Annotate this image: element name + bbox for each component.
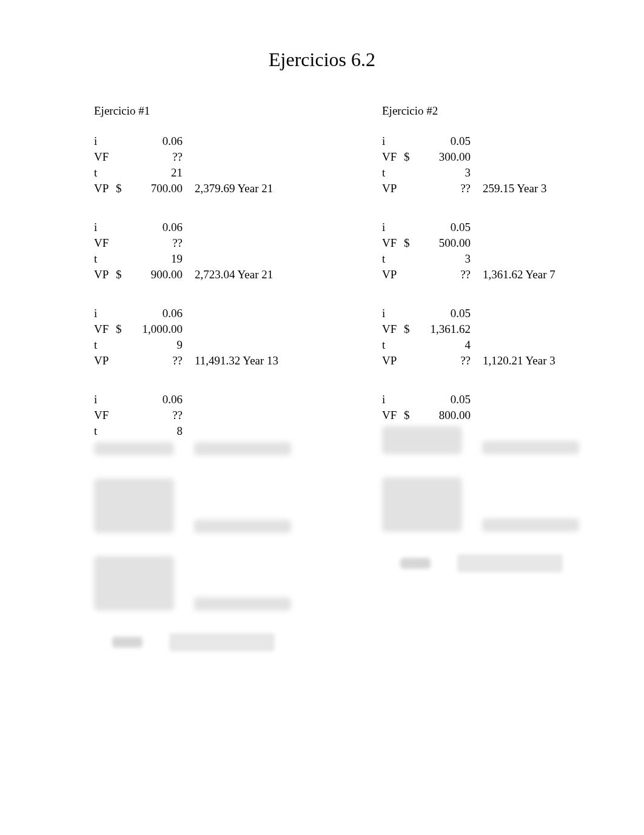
row-label: VF: [382, 150, 404, 164]
row-currency: $: [116, 268, 127, 281]
row-label: VP: [382, 268, 404, 281]
blurred-content: [112, 637, 143, 648]
calc-row: i 0.05: [382, 221, 606, 236]
row-value: 9: [127, 338, 183, 352]
row-label: t: [94, 338, 116, 352]
calc-row: VF ??: [94, 236, 318, 252]
row-value: ??: [127, 236, 183, 250]
blurred-content: [382, 477, 462, 532]
row-label: i: [94, 135, 116, 148]
calc-row: t 3: [382, 252, 606, 268]
row-label: VF: [382, 409, 404, 422]
calc-block: i 0.05 VF $ 300.00 t 3 VP ??: [382, 135, 606, 198]
page-title: Ejercicios 6.2: [0, 49, 644, 71]
row-label: t: [382, 166, 404, 179]
blurred-content: [194, 597, 291, 611]
row-value: 900.00: [127, 268, 183, 281]
calc-block: i 0.05 VF $ 1,361.62 t 4 VP ??: [382, 307, 606, 370]
row-value: 0.06: [127, 307, 183, 320]
row-label: i: [382, 221, 404, 234]
blurred-calc-block: [94, 556, 318, 611]
blurred-content: [94, 556, 174, 611]
row-result: 2,723.04 Year 21: [183, 268, 273, 281]
row-label: t: [94, 252, 116, 266]
row-currency: $: [116, 323, 127, 336]
calc-block-partial: i 0.06 VF ?? t 8: [94, 393, 318, 455]
row-value: ??: [415, 268, 471, 281]
exercise-2-column: Ejercicio #2 i 0.05 VF $ 300.00 t 3: [382, 104, 606, 651]
row-result: 1,120.21 Year 3: [471, 354, 555, 367]
row-label: i: [382, 307, 404, 320]
exercise-2-heading: Ejercicio #2: [382, 104, 606, 118]
row-currency: $: [404, 409, 415, 422]
row-value: 300.00: [415, 150, 471, 164]
row-value: 19: [127, 252, 183, 266]
calc-row: VP ?? 259.15 Year 3: [382, 182, 606, 198]
calc-row: VF $ 1,000.00: [94, 323, 318, 338]
calc-block: i 0.06 VF ?? t 19 VP $ 900.00: [94, 221, 318, 284]
calc-row: i 0.05: [382, 393, 606, 409]
row-label: i: [94, 307, 116, 320]
row-label: VP: [94, 182, 116, 195]
row-currency: $: [404, 236, 415, 250]
row-label: t: [382, 338, 404, 352]
row-label: VF: [94, 150, 116, 164]
blurred-content: [194, 520, 291, 533]
calc-block-partial: i 0.05 VF $ 800.00: [382, 393, 606, 454]
row-value: 1,361.62: [415, 323, 471, 336]
blurred-content: [170, 634, 274, 651]
blurred-content: [94, 442, 174, 455]
row-value: 0.05: [415, 135, 471, 148]
row-value: ??: [127, 409, 183, 422]
row-result: 1,361.62 Year 7: [471, 268, 555, 281]
columns-container: Ejercicio #1 i 0.06 VF ?? t 21: [0, 104, 644, 651]
row-value: 0.05: [415, 393, 471, 406]
row-value: 0.05: [415, 307, 471, 320]
blurred-content: [458, 555, 562, 572]
row-label: t: [94, 424, 116, 438]
calc-row: i 0.06: [94, 221, 318, 236]
row-value: 21: [127, 166, 183, 179]
row-label: VP: [382, 354, 404, 367]
calc-row: VF $ 300.00: [382, 150, 606, 166]
row-value: 500.00: [415, 236, 471, 250]
blurred-content: [400, 558, 431, 569]
calc-row: t 9: [94, 338, 318, 354]
calc-row: i 0.06: [94, 307, 318, 323]
row-value: ??: [415, 182, 471, 195]
row-label: VP: [382, 182, 404, 195]
row-result: 11,491.32 Year 13: [183, 354, 278, 367]
row-label: VF: [382, 323, 404, 336]
exercise-1-heading: Ejercicio #1: [94, 104, 318, 118]
row-label: i: [382, 393, 404, 406]
calc-block: i 0.06 VF $ 1,000.00 t 9 VP ??: [94, 307, 318, 370]
calc-row: VP ?? 1,361.62 Year 7: [382, 268, 606, 284]
row-value: ??: [127, 150, 183, 164]
blurred-content: [482, 518, 579, 532]
calc-block: i 0.05 VF $ 500.00 t 3 VP ??: [382, 221, 606, 284]
row-label: t: [94, 166, 116, 179]
blurred-content: [94, 478, 174, 533]
calc-row: i 0.05: [382, 135, 606, 150]
calc-row: i 0.06: [94, 393, 318, 409]
row-label: VF: [382, 236, 404, 250]
calc-block: i 0.06 VF ?? t 21 VP $ 700.00: [94, 135, 318, 198]
calc-row: VP $ 700.00 2,379.69 Year 21: [94, 182, 318, 198]
calc-row: t 21: [94, 166, 318, 182]
calc-row: t 8: [94, 424, 318, 440]
calc-row: VP ?? 1,120.21 Year 3: [382, 354, 606, 370]
calc-row: VF $ 500.00: [382, 236, 606, 252]
blurred-content: [382, 426, 462, 454]
row-label: i: [94, 393, 116, 406]
row-result: 2,379.69 Year 21: [183, 182, 273, 195]
row-label: i: [382, 135, 404, 148]
calc-row: i 0.05: [382, 307, 606, 323]
row-value: 0.06: [127, 221, 183, 234]
calc-row: VF $ 1,361.62: [382, 323, 606, 338]
row-label: i: [94, 221, 116, 234]
row-value: 8: [127, 424, 183, 438]
row-label: VF: [94, 323, 116, 336]
blurred-calc-block: [94, 478, 318, 533]
row-value: ??: [415, 354, 471, 367]
exercise-1-column: Ejercicio #1 i 0.06 VF ?? t 21: [94, 104, 318, 651]
